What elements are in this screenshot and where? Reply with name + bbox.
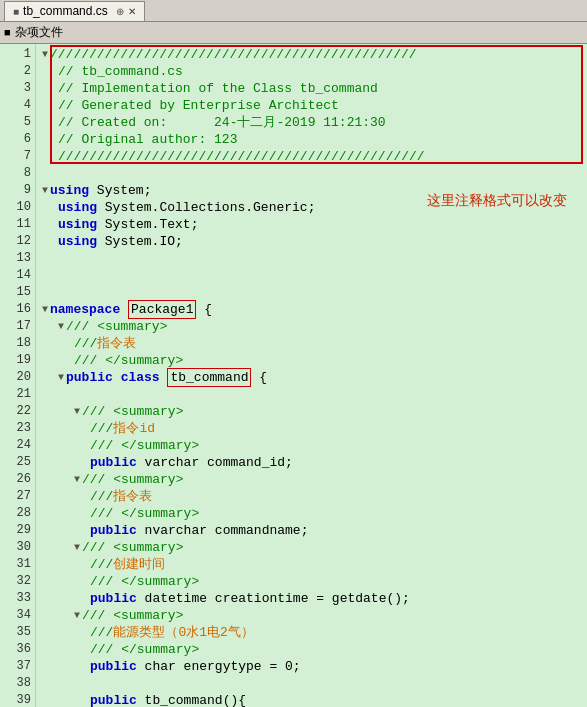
line-num-17: 17 — [4, 318, 31, 335]
line-7-text: ////////////////////////////////////////… — [58, 148, 425, 165]
code-line-35: /// 能源类型（0水1电2气） — [42, 624, 581, 641]
line-27-cn: 指令表 — [113, 488, 152, 505]
collapse-17[interactable]: ▼ — [58, 318, 64, 335]
line-18-cn: 指令表 — [97, 335, 136, 352]
title-bar: ■ tb_command.cs ⊕ ✕ — [0, 0, 587, 22]
line-30-text: /// <summary> — [82, 539, 183, 556]
line-29-pub: public — [90, 522, 137, 539]
line-num-10: 10 — [4, 199, 31, 216]
title-tab[interactable]: ■ tb_command.cs ⊕ ✕ — [4, 1, 145, 21]
line-36-text: /// </summary> — [90, 641, 199, 658]
line-16-package: Package1 — [128, 300, 196, 319]
line-16-space — [120, 301, 128, 318]
collapse-30[interactable]: ▼ — [74, 539, 80, 556]
line-23-cn: 指令id — [113, 420, 155, 437]
line-6-text: // Original author: 123 — [58, 131, 237, 148]
code-line-38 — [42, 675, 581, 692]
code-line-32: /// </summary> — [42, 573, 581, 590]
code-line-19: /// </summary> — [42, 352, 581, 369]
line-num-1: 1 — [4, 46, 31, 63]
line-num-26: 26 — [4, 471, 31, 488]
line-num-4: 4 — [4, 97, 31, 114]
code-line-4: // Generated by Enterprise Architect — [42, 97, 581, 114]
line-16-namespace: namespace — [50, 301, 120, 318]
line-num-38: 38 — [4, 675, 31, 692]
line-num-9: 9 — [4, 182, 31, 199]
line-5-text: // Created on: 24-十二月-2019 11:21:30 — [58, 114, 386, 131]
code-line-39: public tb_command(){ — [42, 692, 581, 707]
collapse-20[interactable]: ▼ — [58, 369, 64, 386]
line-33-rest: datetime creationtime = getdate(); — [137, 590, 410, 607]
line-num-24: 24 — [4, 437, 31, 454]
collapse-22[interactable]: ▼ — [74, 403, 80, 420]
code-line-9: ▼ using System; — [42, 182, 581, 199]
code-line-7: ////////////////////////////////////////… — [42, 148, 581, 165]
line-39-pub: public — [90, 692, 137, 707]
line-num-29: 29 — [4, 522, 31, 539]
collapse-26[interactable]: ▼ — [74, 471, 80, 488]
line-10-using: using — [58, 199, 97, 216]
collapse-9[interactable]: ▼ — [42, 182, 48, 199]
line-9-rest: System; — [89, 182, 151, 199]
menu-label[interactable]: 杂项文件 — [15, 24, 63, 41]
line-num-31: 31 — [4, 556, 31, 573]
line-num-27: 27 — [4, 488, 31, 505]
line-num-14: 14 — [4, 267, 31, 284]
line-num-20: 20 — [4, 369, 31, 386]
toolbar: ■ 杂项文件 — [0, 22, 587, 44]
code-line-12: using System.IO; — [42, 233, 581, 250]
line-num-2: 2 — [4, 63, 31, 80]
line-33-pub: public — [90, 590, 137, 607]
code-line-6: // Original author: 123 — [42, 131, 581, 148]
line-11-rest: System.Text; — [97, 216, 198, 233]
line-num-19: 19 — [4, 352, 31, 369]
code-line-18: /// 指令表 — [42, 335, 581, 352]
line-16-brace: { — [196, 301, 212, 318]
line-18-xml: /// — [74, 335, 97, 352]
line-20-brace: { — [251, 369, 267, 386]
line-num-25: 25 — [4, 454, 31, 471]
line-num-36: 36 — [4, 641, 31, 658]
code-line-22: ▼ /// <summary> — [42, 403, 581, 420]
line-29-rest: nvarchar commandname; — [137, 522, 309, 539]
line-25-pub: public — [90, 454, 137, 471]
code-line-29: public nvarchar commandname; — [42, 522, 581, 539]
line-num-15: 15 — [4, 284, 31, 301]
line-28-text: /// </summary> — [90, 505, 199, 522]
line-num-16: 16 — [4, 301, 31, 318]
collapse-1[interactable]: ▼ — [42, 46, 48, 63]
line-3-text: // Implementation of the Class tb_comman… — [58, 80, 378, 97]
line-32-text: /// </summary> — [90, 573, 199, 590]
code-line-26: ▼ /// <summary> — [42, 471, 581, 488]
code-line-33: public datetime creationtime = getdate()… — [42, 590, 581, 607]
code-line-16: ▼ namespace Package1 { — [42, 301, 581, 318]
tab-icon: ■ — [13, 6, 19, 17]
line-num-32: 32 — [4, 573, 31, 590]
code-line-2: // tb_command.cs — [42, 63, 581, 80]
line-34-text: /// <summary> — [82, 607, 183, 624]
line-9-using: using — [50, 182, 89, 199]
code-line-20: ▼ public class tb_command { — [42, 369, 581, 386]
code-line-34: ▼ /// <summary> — [42, 607, 581, 624]
code-line-36: /// </summary> — [42, 641, 581, 658]
collapse-34[interactable]: ▼ — [74, 607, 80, 624]
line-num-28: 28 — [4, 505, 31, 522]
code-line-37: public char energytype = 0; — [42, 658, 581, 675]
pin-icon[interactable]: ⊕ — [116, 6, 124, 17]
code-area: ▼ //////////////////////////////////////… — [36, 44, 587, 707]
line-20-public: public — [66, 369, 113, 386]
collapse-16[interactable]: ▼ — [42, 301, 48, 318]
code-line-1: ▼ //////////////////////////////////////… — [42, 46, 581, 63]
line-20-classname: tb_command — [167, 368, 251, 387]
line-num-37: 37 — [4, 658, 31, 675]
line-31-cn: 创建时间 — [113, 556, 165, 573]
code-line-23: /// 指令id — [42, 420, 581, 437]
code-line-10: using System.Collections.Generic; — [42, 199, 581, 216]
line-17-text: /// <summary> — [66, 318, 167, 335]
line-num-34: 34 — [4, 607, 31, 624]
code-line-28: /// </summary> — [42, 505, 581, 522]
line-37-pub: public — [90, 658, 137, 675]
close-icon[interactable]: ✕ — [128, 6, 136, 17]
line-num-3: 3 — [4, 80, 31, 97]
toolbar-icon: ■ — [4, 27, 11, 39]
